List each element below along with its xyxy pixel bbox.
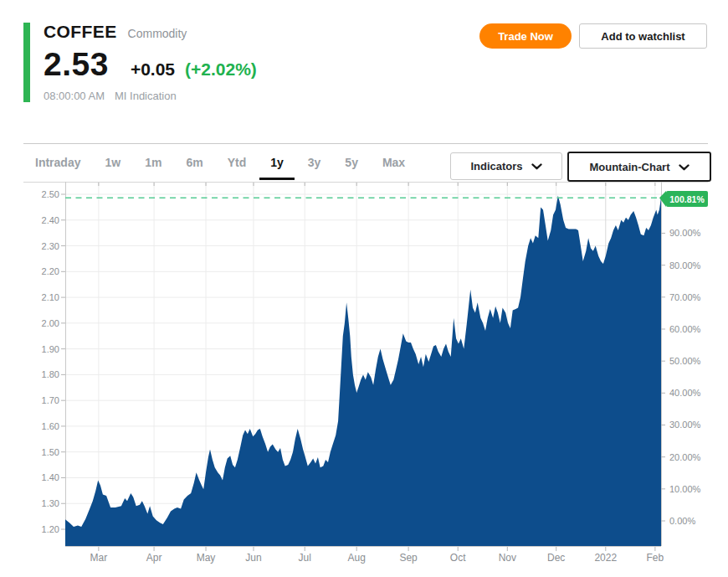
y-axis-right-label: 50.00%: [669, 356, 701, 366]
y-axis-left-label: 2.50: [42, 189, 59, 199]
y-axis-right-label: 90.00%: [669, 228, 701, 238]
x-axis-label: Dec: [547, 552, 565, 564]
accent-bar: [23, 23, 30, 102]
x-axis-label: Jul: [299, 552, 311, 564]
price-chart[interactable]: 2.502.402.302.202.102.001.901.801.701.60…: [0, 182, 728, 577]
x-axis-label: Aug: [347, 552, 365, 564]
last-price-badge-label: 100.81%: [669, 194, 705, 204]
range-tab-6m[interactable]: 6m: [186, 156, 203, 169]
range-tab-1y[interactable]: 1y: [270, 156, 284, 169]
y-axis-left-label: 1.90: [42, 344, 59, 354]
x-axis-label: May: [197, 552, 216, 564]
quote-timestamp: 08:00:00 AM: [44, 90, 105, 102]
symbol-title: COFFEE: [44, 22, 117, 42]
price-change-percent: (+2.02%): [185, 59, 257, 80]
add-to-watchlist-button[interactable]: Add to watchlist: [579, 23, 707, 49]
x-axis-label: Jun: [245, 552, 261, 564]
range-tab-max[interactable]: Max: [382, 156, 405, 169]
chevron-down-icon: [679, 161, 690, 173]
range-tab-intraday[interactable]: Intraday: [35, 156, 80, 169]
range-tab-1w[interactable]: 1w: [105, 156, 120, 169]
y-axis-left-label: 1.60: [42, 421, 59, 431]
x-axis-label: 2022: [594, 552, 617, 564]
y-axis-right-label: 60.00%: [669, 324, 701, 334]
y-axis-left-label: 1.30: [42, 498, 59, 508]
y-axis-right-label: 40.00%: [669, 388, 701, 398]
y-axis-left-label: 2.10: [42, 292, 59, 302]
trade-now-button[interactable]: Trade Now: [479, 23, 572, 49]
x-axis-label: Feb: [647, 552, 664, 564]
x-axis-label: Nov: [499, 552, 516, 564]
price-source: MI Indication: [115, 90, 177, 102]
x-axis-label: Oct: [450, 552, 466, 564]
chart-type-dropdown-label: Mountain-Chart: [589, 161, 669, 173]
x-axis-label: Apr: [146, 552, 162, 564]
range-tab-ytd[interactable]: Ytd: [228, 156, 247, 169]
chart-type-dropdown[interactable]: Mountain-Chart: [567, 152, 711, 182]
x-axis-label: Mar: [90, 552, 108, 564]
price-area-series: [65, 196, 661, 547]
y-axis-left-label: 1.40: [42, 472, 59, 482]
y-axis-right-label: 0.00%: [669, 516, 695, 526]
toolbar-divider: [23, 143, 708, 144]
y-axis-left-label: 2.20: [42, 266, 59, 276]
y-axis-right-label: 30.00%: [669, 420, 701, 430]
y-axis-left-label: 2.00: [42, 318, 59, 328]
chevron-down-icon: [531, 160, 542, 173]
y-axis-left-label: 1.80: [42, 369, 59, 379]
y-axis-left-label: 1.20: [42, 524, 59, 534]
range-tabs: Intraday1w1m6mYtd1y3y5yMax: [35, 152, 405, 173]
y-axis-left-label: 2.40: [42, 215, 59, 225]
y-axis-left-label: 1.70: [42, 395, 59, 405]
indicators-dropdown-label: Indicators: [470, 160, 522, 173]
range-tab-1m[interactable]: 1m: [145, 156, 161, 169]
indicators-dropdown[interactable]: Indicators: [450, 152, 562, 180]
y-axis-right-label: 20.00%: [669, 452, 701, 462]
y-axis-right-label: 80.00%: [669, 260, 701, 270]
instrument-type: Commodity: [128, 27, 187, 40]
price-change: +0.05: [131, 59, 175, 80]
y-axis-left-label: 1.50: [42, 447, 59, 457]
price-value: 2.53: [44, 48, 109, 80]
range-tab-5y[interactable]: 5y: [345, 156, 358, 169]
y-axis-right-label: 10.00%: [669, 484, 701, 494]
y-axis-left-label: 2.30: [42, 241, 59, 251]
range-tab-3y[interactable]: 3y: [308, 156, 321, 169]
quote-header: COFFEE Commodity 2.53 +0.05 (+2.02%) 08:…: [44, 22, 257, 102]
y-axis-right-label: 70.00%: [669, 292, 701, 302]
x-axis-label: Sep: [399, 552, 418, 564]
